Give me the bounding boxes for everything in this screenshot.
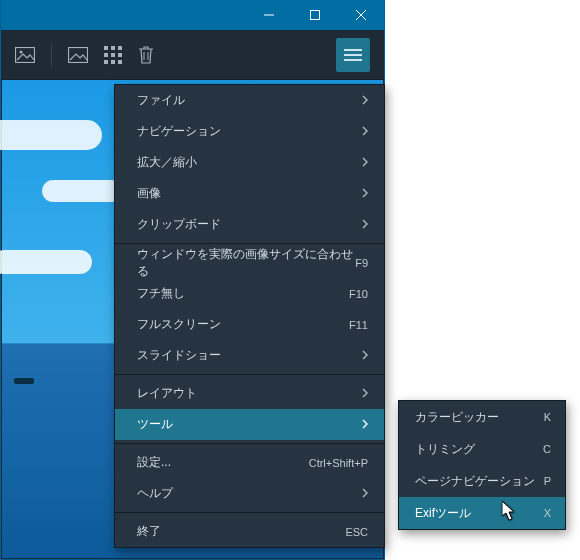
chevron-right-icon — [362, 94, 368, 108]
chevron-right-icon — [362, 418, 368, 432]
tools-submenu: カラーピッカーKトリミングCページナビゲーションPExifツールX — [398, 400, 566, 530]
menu-item[interactable]: カラーピッカーK — [399, 401, 565, 433]
menu-item[interactable]: 設定...Ctrl+Shift+P — [115, 447, 384, 478]
menu-item[interactable]: レイアウト — [115, 378, 384, 409]
titlebar — [1, 0, 384, 30]
menu-item-label: ナビゲーション — [137, 123, 362, 140]
menu-item-shortcut: ESC — [345, 526, 368, 538]
menu-item-label: 拡大／縮小 — [137, 154, 362, 171]
menu-item[interactable]: ウィンドウを実際の画像サイズに合わせるF9 — [115, 247, 384, 278]
menu-separator — [115, 443, 384, 444]
menu-item[interactable]: クリップボード — [115, 209, 384, 240]
svg-rect-6 — [69, 47, 88, 62]
chevron-right-icon — [362, 156, 368, 170]
chevron-right-icon — [362, 187, 368, 201]
hamburger-icon — [344, 49, 362, 61]
chevron-right-icon — [362, 487, 368, 501]
menu-item[interactable]: ファイル — [115, 85, 384, 116]
menu-item-shortcut: F9 — [355, 257, 368, 269]
menu-item-shortcut: F11 — [349, 319, 368, 331]
chevron-right-icon — [362, 349, 368, 363]
svg-rect-12 — [118, 53, 122, 57]
menu-item-label: フルスクリーン — [137, 316, 349, 333]
menu-item-label: ページナビゲーション — [415, 473, 544, 490]
menu-item[interactable]: ツール — [115, 409, 384, 440]
menu-item-label: レイアウト — [137, 385, 362, 402]
svg-rect-13 — [104, 60, 108, 64]
menu-item[interactable]: ExifツールX — [399, 497, 565, 529]
window-close-button[interactable] — [338, 0, 384, 30]
menu-item[interactable]: ナビゲーション — [115, 116, 384, 147]
chevron-right-icon — [362, 387, 368, 401]
menu-item-shortcut: K — [544, 411, 551, 423]
menu-item-label: ツール — [137, 416, 362, 433]
menu-item[interactable]: スライドショー — [115, 340, 384, 371]
menu-item-label: 終了 — [137, 523, 345, 540]
menu-separator — [115, 512, 384, 513]
menu-item-label: クリップボード — [137, 216, 362, 233]
svg-rect-15 — [118, 60, 122, 64]
menu-item-label: ヘルプ — [137, 485, 362, 502]
svg-rect-1 — [311, 11, 320, 20]
svg-rect-9 — [118, 46, 122, 50]
menu-item-label: 画像 — [137, 185, 362, 202]
menu-item[interactable]: トリミングC — [399, 433, 565, 465]
chevron-right-icon — [362, 125, 368, 139]
menu-item-shortcut: P — [544, 475, 551, 487]
main-menu: ファイルナビゲーション拡大／縮小画像クリップボード ウィンドウを実際の画像サイズ… — [114, 84, 385, 548]
image-icon[interactable] — [15, 47, 35, 63]
svg-rect-4 — [16, 47, 35, 62]
grid-icon[interactable] — [104, 46, 122, 64]
menu-item[interactable]: ページナビゲーションP — [399, 465, 565, 497]
menu-separator — [115, 243, 384, 244]
menu-item[interactable]: フルスクリーンF11 — [115, 309, 384, 340]
menu-item-label: ウィンドウを実際の画像サイズに合わせる — [137, 246, 355, 280]
menu-separator — [115, 374, 384, 375]
window-maximize-button[interactable] — [292, 0, 338, 30]
svg-rect-14 — [111, 60, 115, 64]
menu-item-shortcut: X — [544, 507, 551, 519]
menu-item-shortcut: F10 — [349, 288, 368, 300]
menu-item[interactable]: フチ無しF10 — [115, 278, 384, 309]
menu-item-label: フチ無し — [137, 285, 349, 302]
image-outline-icon[interactable] — [68, 47, 88, 63]
svg-point-5 — [20, 50, 23, 53]
menu-item-label: スライドショー — [137, 347, 362, 364]
svg-rect-10 — [104, 53, 108, 57]
window-minimize-button[interactable] — [246, 0, 292, 30]
trash-icon[interactable] — [138, 46, 154, 64]
menu-item-label: Exifツール — [415, 505, 544, 522]
menu-item[interactable]: 終了ESC — [115, 516, 384, 547]
menu-item-label: トリミング — [415, 441, 543, 458]
menu-item[interactable]: 拡大／縮小 — [115, 147, 384, 178]
menu-item-label: 設定... — [137, 454, 309, 471]
menu-item-shortcut: Ctrl+Shift+P — [309, 457, 368, 469]
menu-item-label: ファイル — [137, 92, 362, 109]
svg-rect-11 — [111, 53, 115, 57]
menu-item-shortcut: C — [543, 443, 551, 455]
menu-item-label: カラーピッカー — [415, 409, 544, 426]
menu-item[interactable]: 画像 — [115, 178, 384, 209]
toolbar-divider — [51, 44, 52, 66]
chevron-right-icon — [362, 218, 368, 232]
svg-rect-7 — [104, 46, 108, 50]
hamburger-menu-button[interactable] — [336, 38, 370, 72]
svg-rect-8 — [111, 46, 115, 50]
menu-item[interactable]: ヘルプ — [115, 478, 384, 509]
toolbar — [1, 30, 384, 80]
